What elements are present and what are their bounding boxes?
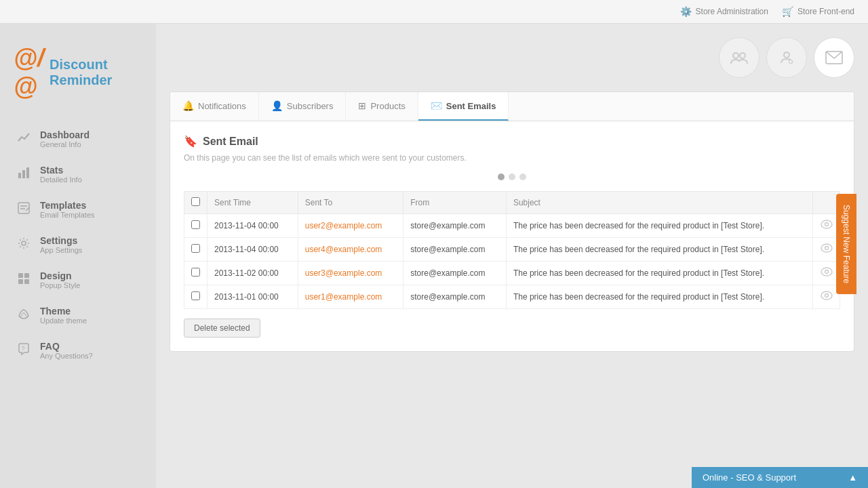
store-frontend-label: Store Front-end <box>797 7 854 16</box>
sidebar-item-theme[interactable]: Theme Update theme <box>0 298 156 333</box>
svg-point-13 <box>733 53 738 58</box>
store-icon: 🛒 <box>782 6 793 17</box>
card-body: 🔖 Sent Email On this page you can see th… <box>170 121 854 351</box>
seo-bar[interactable]: Online - SEO & Support ▲ <box>692 467 868 488</box>
subject-cell: The price has been decreased for the req… <box>506 285 812 309</box>
group-icon-btn[interactable] <box>719 37 760 78</box>
templates-sublabel: Email Templates <box>40 211 95 219</box>
notifications-icon: 🔔 <box>182 100 194 111</box>
row-checkbox-cell <box>184 214 208 238</box>
view-email-button[interactable] <box>821 267 833 279</box>
sent-emails-icon: ✉️ <box>431 100 442 111</box>
sidebar-item-stats[interactable]: Stats Detailed Info <box>0 157 156 192</box>
subject-cell: The price has been decreased for the req… <box>506 214 812 238</box>
seo-label: Online - SEO & Support <box>703 472 796 483</box>
content-area: 🔔 Notifications 👤 Subscribers ⊞ Products… <box>156 24 868 488</box>
dashboard-icon <box>16 131 32 148</box>
svg-rect-9 <box>24 273 29 278</box>
tab-sent-emails[interactable]: ✉️ Sent Emails <box>418 92 509 121</box>
tab-products[interactable]: ⊞ Products <box>346 92 418 121</box>
view-email-button[interactable] <box>821 291 833 303</box>
col-subject: Subject <box>506 192 812 214</box>
stats-sublabel: Detailed Info <box>40 176 82 184</box>
suggest-feature-tab[interactable]: Suggest New Feature <box>836 194 856 294</box>
row-checkbox-1[interactable] <box>191 244 200 253</box>
select-all-checkbox[interactable] <box>191 197 200 206</box>
seo-arrow-icon: ▲ <box>848 472 857 483</box>
top-bar: ⚙️ Store Administration 🛒 Store Front-en… <box>0 0 868 24</box>
svg-rect-3 <box>18 203 29 214</box>
logo-area: @/@ Discount Reminder <box>0 37 156 121</box>
subject-cell: The price has been decreased for the req… <box>506 238 812 262</box>
svg-point-27 <box>825 294 828 298</box>
sent-to-email-link[interactable]: user2@example.com <box>305 221 382 230</box>
from-cell: store@example.com <box>403 285 507 309</box>
delete-selected-button[interactable]: Delete selected <box>184 319 260 338</box>
row-checkbox-2[interactable] <box>191 268 200 277</box>
svg-text:?: ? <box>21 345 24 352</box>
row-checkbox-0[interactable] <box>191 220 200 229</box>
sidebar-item-dashboard[interactable]: Dashboard General Info <box>0 121 156 157</box>
store-admin-link[interactable]: ⚙️ Store Administration <box>680 6 768 17</box>
sidebar-item-design[interactable]: Design Popup Style <box>0 262 156 298</box>
sent-time-cell: 2013-11-04 00:00 <box>208 238 298 262</box>
faq-label: FAQ <box>40 341 93 352</box>
main-layout: @/@ Discount Reminder Dashboard General … <box>0 24 868 488</box>
row-checkbox-cell <box>184 285 208 309</box>
sidebar-item-settings[interactable]: Settings App Settings <box>0 227 156 262</box>
sent-time-cell: 2013-11-01 00:00 <box>208 285 298 309</box>
tab-notifications[interactable]: 🔔 Notifications <box>170 92 259 121</box>
theme-icon <box>16 307 32 324</box>
svg-point-23 <box>825 247 828 250</box>
settings-label: Settings <box>40 235 82 246</box>
view-email-button[interactable] <box>821 220 833 232</box>
svg-point-20 <box>821 220 832 228</box>
from-cell: store@example.com <box>403 238 507 262</box>
sidebar-item-templates[interactable]: Templates Email Templates <box>0 192 156 227</box>
admin-settings-icon: ⚙️ <box>680 6 692 17</box>
sent-to-email-link[interactable]: user1@example.com <box>305 292 382 302</box>
dot-3 <box>519 174 526 180</box>
sent-to-cell: user1@example.com <box>298 285 403 309</box>
dot-2 <box>509 174 515 180</box>
tabs: 🔔 Notifications 👤 Subscribers ⊞ Products… <box>170 92 854 121</box>
store-admin-label: Store Administration <box>696 7 768 16</box>
logo-icon: @/@ <box>14 44 44 101</box>
header-icons <box>170 37 854 78</box>
theme-sublabel: Update theme <box>40 317 87 325</box>
row-checkbox-3[interactable] <box>191 291 200 300</box>
store-frontend-link[interactable]: 🛒 Store Front-end <box>782 6 854 17</box>
sidebar: @/@ Discount Reminder Dashboard General … <box>0 24 156 488</box>
stats-icon <box>16 166 32 183</box>
sent-to-email-link[interactable]: user3@example.com <box>305 268 382 278</box>
design-sublabel: Popup Style <box>40 281 80 289</box>
section-description: On this page you can see the list of ema… <box>184 153 840 163</box>
section-title-icon: 🔖 <box>184 135 197 148</box>
sent-to-cell: user3@example.com <box>298 262 403 285</box>
sidebar-nav: Dashboard General Info Stats Detailed In… <box>0 121 156 368</box>
tab-subscribers[interactable]: 👤 Subscribers <box>259 92 347 121</box>
sent-to-email-link[interactable]: user4@example.com <box>305 245 382 254</box>
sent-to-cell: user4@example.com <box>298 238 403 262</box>
svg-point-22 <box>821 244 832 252</box>
dot-1 <box>498 174 505 180</box>
sent-time-cell: 2013-11-02 00:00 <box>208 262 298 285</box>
theme-label: Theme <box>40 306 87 317</box>
view-email-button[interactable] <box>821 243 833 256</box>
col-sent-to: Sent To <box>298 192 403 214</box>
faq-sublabel: Any Questions? <box>40 352 93 360</box>
faq-icon: ? <box>16 342 32 359</box>
from-cell: store@example.com <box>403 262 507 285</box>
subject-cell: The price has been decreased for the req… <box>506 262 812 285</box>
section-title: 🔖 Sent Email <box>184 135 840 148</box>
settings-icon <box>16 237 32 253</box>
admin-icon-btn[interactable] <box>766 37 807 78</box>
svg-rect-10 <box>18 279 23 284</box>
svg-point-26 <box>821 291 832 300</box>
svg-rect-2 <box>26 167 29 178</box>
svg-rect-0 <box>18 173 21 178</box>
products-icon: ⊞ <box>358 100 366 111</box>
svg-point-15 <box>784 52 789 58</box>
mail-icon-btn[interactable] <box>814 37 854 78</box>
sidebar-item-faq[interactable]: ? FAQ Any Questions? <box>0 333 156 368</box>
